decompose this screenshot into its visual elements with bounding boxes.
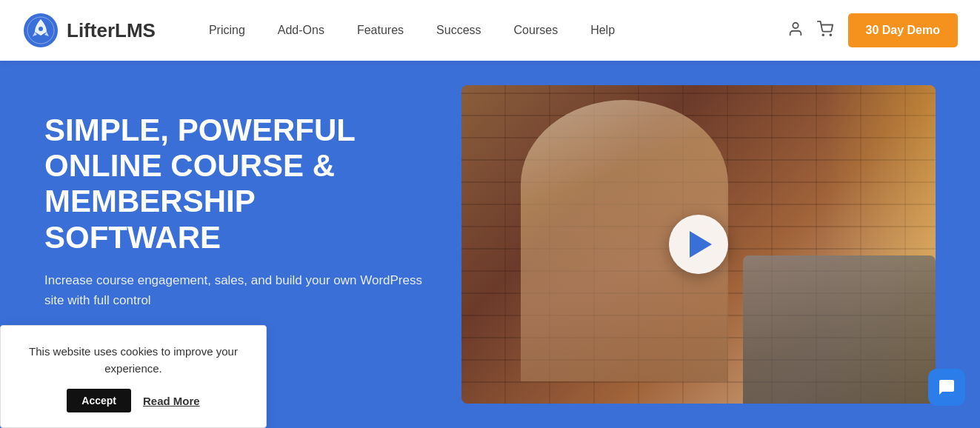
chat-bubble[interactable] (928, 369, 965, 406)
cookie-actions: Accept Read More (21, 389, 245, 412)
cookie-banner: This website uses cookies to improve you… (0, 325, 267, 428)
logo-icon (22, 12, 59, 49)
play-icon (690, 231, 712, 258)
header: LifterLMS Pricing Add-Ons Features Succe… (0, 0, 980, 61)
chat-icon (938, 378, 956, 396)
accept-button[interactable]: Accept (67, 389, 131, 412)
nav-item-addons[interactable]: Add-Ons (261, 0, 341, 61)
svg-point-5 (830, 34, 831, 36)
nav-item-courses[interactable]: Courses (498, 0, 575, 61)
hero-section: SIMPLE, POWERFUL ONLINE COURSE & MEMBERS… (0, 61, 980, 428)
nav-item-features[interactable]: Features (341, 0, 420, 61)
laptop-overlay (743, 255, 936, 404)
hero-title: SIMPLE, POWERFUL ONLINE COURSE & MEMBERS… (44, 113, 432, 255)
hero-video[interactable] (461, 85, 936, 404)
svg-point-2 (39, 27, 43, 31)
header-icon-area (787, 21, 833, 41)
hero-subtitle: Increase course engagement, sales, and b… (44, 270, 432, 310)
logo-text: LifterLMS (67, 19, 156, 42)
play-button[interactable] (669, 215, 728, 274)
main-nav: Pricing Add-Ons Features Success Courses… (193, 0, 780, 61)
user-icon[interactable] (787, 21, 804, 41)
cart-icon[interactable] (817, 21, 833, 41)
svg-point-4 (822, 34, 824, 36)
nav-item-pricing[interactable]: Pricing (193, 0, 261, 61)
nav-item-success[interactable]: Success (420, 0, 497, 61)
logo[interactable]: LifterLMS (22, 12, 156, 49)
svg-point-3 (793, 22, 798, 27)
nav-item-help[interactable]: Help (574, 0, 631, 61)
demo-button[interactable]: 30 Day Demo (848, 13, 959, 47)
cookie-message: This website uses cookies to improve you… (21, 344, 245, 377)
read-more-link[interactable]: Read More (143, 395, 200, 407)
